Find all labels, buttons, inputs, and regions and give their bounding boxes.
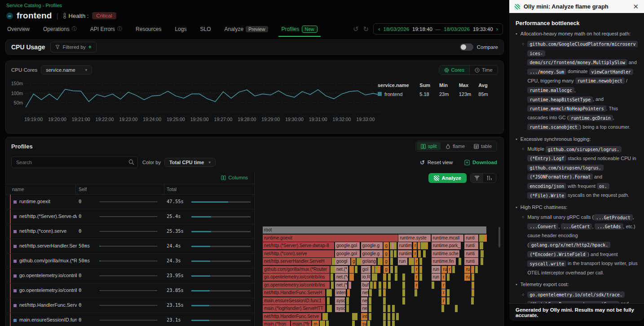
flame-sliver[interactable] [394,242,397,249]
flame-sliver[interactable] [388,282,391,289]
table-row[interactable]: go.opentelemetry.io/contrib/ins...023.85… [6,283,254,298]
flame-sliver[interactable] [396,313,399,320]
flame-block[interactable]: g [384,250,388,257]
flame-block[interactable]: google.g [361,242,383,249]
flame-block[interactable]: r [415,258,418,265]
flame-sliver[interactable] [480,242,483,249]
compare-toggle[interactable] [460,43,473,51]
add-filter-icon[interactable]: + [88,44,92,50]
flame-sliver[interactable] [394,250,397,257]
flame-sliver[interactable] [332,266,335,273]
flame-block[interactable]: runti [464,235,478,242]
flame-sliver[interactable] [395,266,397,273]
flame-sliver[interactable] [375,274,377,281]
flame-block[interactable]: main.(*fron [263,321,290,326]
flame-sliver[interactable] [441,305,444,312]
flame-sliver[interactable] [383,321,386,326]
flame-sliver[interactable] [383,313,386,320]
flame-sliver[interactable] [331,282,334,289]
flame-sliver[interactable] [411,266,414,273]
table-row[interactable]: net/http.HandlerFunc.ServeHT...023.15s [6,298,254,313]
flame-block[interactable]: r [448,266,451,273]
flame-sliver[interactable] [352,313,355,320]
flame-sliver[interactable] [471,266,474,273]
flame-sliver[interactable] [419,274,422,281]
flame-block[interactable]: runtime.sche [432,250,459,257]
flame-block[interactable]: net [361,289,368,296]
flame-sliver[interactable] [471,297,474,304]
flame-block[interactable]: r [415,274,418,281]
flame-sliver[interactable] [346,297,349,304]
tab-operations[interactable]: Operationsⓘ [38,24,82,35]
flame-sliver[interactable] [402,289,405,296]
tab-api-errors[interactable]: API Errorsⓘ [85,24,127,35]
flame-block[interactable]: run [432,274,441,281]
sandwich-view-button[interactable] [471,174,483,183]
flame-sliver[interactable] [369,305,371,312]
flame-block[interactable]: ne [361,297,367,304]
flame-sliver[interactable] [390,250,393,257]
flame-block[interactable]: syscal [335,305,345,312]
flame-block[interactable]: net/http.HandlerFunc.Serve [263,313,321,320]
flame-block[interactable]: net/http.serverHandler.ServeH [263,258,331,265]
flame-block[interactable]: runti [464,242,478,249]
flame-block[interactable]: ru [441,266,446,273]
flame-sliver[interactable] [375,266,378,273]
flame-block[interactable]: r [441,297,445,304]
flame-sliver[interactable] [390,258,393,265]
color-by-dropdown[interactable]: Total CPU time ▾ [164,158,216,167]
flame-block[interactable]: run [432,266,441,273]
flame-sliver[interactable] [388,274,391,281]
column-header-name[interactable]: name [12,187,24,192]
flame-block[interactable]: run [398,258,407,265]
search-icon[interactable] [128,159,134,165]
range-back-icon[interactable]: ‹ [378,26,380,32]
flame-sliver[interactable] [419,258,422,265]
flame-sliver[interactable] [369,313,371,320]
flame-sliver[interactable] [379,282,381,289]
flame-block[interactable]: runti [464,258,478,265]
flame-sliver[interactable] [472,289,474,296]
flame-block[interactable]: g [384,242,388,249]
flame-block[interactable]: runtim [398,242,412,249]
time-range-picker[interactable]: ‹ 18/03/2026 19:18:40 — 18/03/2026 19:33… [373,23,503,35]
flame-sliver[interactable] [383,297,386,304]
flame-block[interactable]: intern [335,289,346,296]
flame-sliver[interactable] [383,282,386,289]
flame-block[interactable]: runtim [398,250,412,257]
flame-block[interactable]: int [361,313,367,320]
flame-sliver[interactable] [325,313,328,320]
flame-sliver[interactable] [472,274,474,281]
tab-profiles[interactable]: ProfilesNew [277,24,322,36]
flame-block[interactable]: r [415,282,418,289]
flame-sliver[interactable] [425,242,428,249]
flame-block[interactable]: net.(* [335,282,347,289]
flame-sliver[interactable] [481,250,484,257]
flame-sliver[interactable] [383,305,386,312]
flame-block[interactable]: runtime.fin [432,258,456,265]
flame-block[interactable]: gol [361,266,371,273]
flame-sliver[interactable] [369,297,371,304]
flame-sliver[interactable] [326,321,329,326]
filtered-by-button[interactable]: Filtered by + [50,42,96,52]
flame-block[interactable]: net.(*c [335,274,348,281]
flame-block[interactable]: runtime.goexit [263,235,398,242]
icicle-view-button[interactable] [483,174,496,183]
flame-sliver[interactable] [484,235,487,242]
flame-graph[interactable]: rootruntime.goexitruntime.systeruntime.m… [263,226,494,326]
table-row[interactable]: github.com/gorilla/mux.(*Route...50ms24.… [6,254,254,269]
flame-block[interactable]: root [263,226,486,234]
flame-sliver[interactable] [402,274,405,281]
flame-sliver[interactable] [402,297,405,304]
flame-block[interactable]: runtime.mcall [432,235,463,242]
flame-sliver[interactable] [402,282,405,289]
flame-block[interactable]: runtime.park_ [432,242,461,249]
redo-icon[interactable]: ↻ [363,25,369,33]
download-button[interactable]: Download [464,160,497,165]
flame-block[interactable]: r [441,282,445,289]
flame-sliver[interactable] [481,258,483,265]
reset-view-button[interactable]: ↺ Reset view [420,159,453,166]
flame-block[interactable]: io.R [361,274,371,281]
flame-block[interactable]: golang [361,258,377,265]
flame-block[interactable]: m [312,321,318,326]
